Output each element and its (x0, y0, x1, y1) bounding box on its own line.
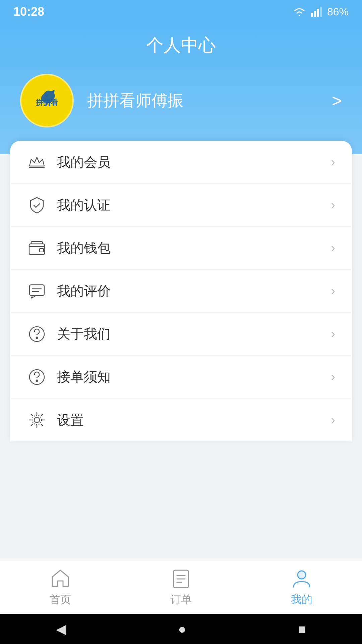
menu-item-review[interactable]: 我的评价 › (10, 270, 352, 313)
menu-wallet-label: 我的钱包 (57, 239, 331, 257)
recent-button[interactable]: ■ (298, 622, 306, 637)
status-icons: 86% (293, 6, 349, 18)
brand-logo: ® 拼拼看 (25, 79, 69, 122)
menu-certification-label: 我的认证 (57, 196, 331, 214)
menu-card: 我的会员 › 我的认证 › 我的钱包 › (10, 141, 352, 441)
menu-item-wallet[interactable]: 我的钱包 › (10, 227, 352, 270)
avatar: ® 拼拼看 (20, 74, 74, 127)
svg-point-17 (34, 417, 40, 423)
menu-settings-chevron: › (331, 413, 335, 427)
wallet-icon (27, 238, 47, 258)
battery-text: 86% (327, 6, 349, 18)
menu-member-chevron: › (331, 155, 335, 169)
shield-icon (27, 195, 47, 215)
menu-about-label: 关于我们 (57, 325, 331, 343)
svg-rect-0 (311, 13, 313, 17)
signal-icon (311, 7, 322, 17)
menu-about-chevron: › (331, 327, 335, 341)
gear-icon (27, 410, 47, 430)
menu-member-label: 我的会员 (57, 153, 331, 171)
status-time: 10:28 (13, 5, 44, 19)
svg-rect-1 (314, 11, 316, 17)
menu-notice-chevron: › (331, 370, 335, 384)
nav-item-orders[interactable]: 订单 (150, 564, 212, 610)
menu-review-label: 我的评价 (57, 282, 331, 300)
wifi-icon (293, 7, 306, 17)
orders-icon (170, 568, 192, 589)
svg-rect-8 (29, 244, 45, 255)
nav-item-mine[interactable]: 我的 (271, 564, 333, 610)
svg-rect-3 (320, 7, 322, 17)
nav-mine-label: 我的 (291, 592, 312, 607)
menu-item-about[interactable]: 关于我们 › (10, 313, 352, 356)
bottom-nav: 首页 订单 我的 (0, 560, 362, 614)
menu-wallet-chevron: › (331, 241, 335, 255)
mine-icon (291, 568, 312, 589)
menu-item-settings[interactable]: 设置 › (10, 398, 352, 441)
about-question-icon (27, 324, 47, 344)
crown-icon (27, 152, 47, 172)
menu-notice-label: 接单须知 (57, 368, 331, 386)
menu-item-notice[interactable]: 接单须知 › (10, 356, 352, 398)
profile-row[interactable]: ® 拼拼看 拼拼看师傅振 > (0, 74, 362, 127)
svg-point-14 (36, 337, 38, 338)
svg-rect-10 (29, 285, 44, 296)
menu-item-certification[interactable]: 我的认证 › (10, 184, 352, 227)
comment-icon (27, 281, 47, 301)
profile-arrow-icon: > (332, 91, 342, 111)
menu-review-chevron: › (331, 284, 335, 298)
svg-point-18 (32, 415, 42, 425)
notice-question-icon (27, 367, 47, 387)
nav-orders-label: 订单 (170, 592, 192, 607)
system-nav-bar: ◀ ● ■ (0, 614, 362, 644)
header-section: 个人中心 ® 拼拼看 拼拼看师傅振 > (0, 23, 362, 154)
svg-rect-9 (40, 249, 44, 252)
nav-home-label: 首页 (50, 592, 71, 607)
profile-name: 拼拼看师傅振 (87, 90, 332, 111)
status-bar: 10:28 86% (0, 0, 362, 23)
nav-item-home[interactable]: 首页 (29, 564, 91, 610)
menu-item-member[interactable]: 我的会员 › (10, 141, 352, 184)
svg-point-16 (36, 380, 38, 381)
menu-settings-label: 设置 (57, 411, 331, 429)
page-title: 个人中心 (0, 34, 362, 57)
home-icon (50, 568, 71, 589)
menu-certification-chevron: › (331, 198, 335, 212)
home-button[interactable]: ● (178, 622, 186, 637)
svg-rect-2 (317, 9, 319, 17)
back-button[interactable]: ◀ (56, 621, 66, 637)
